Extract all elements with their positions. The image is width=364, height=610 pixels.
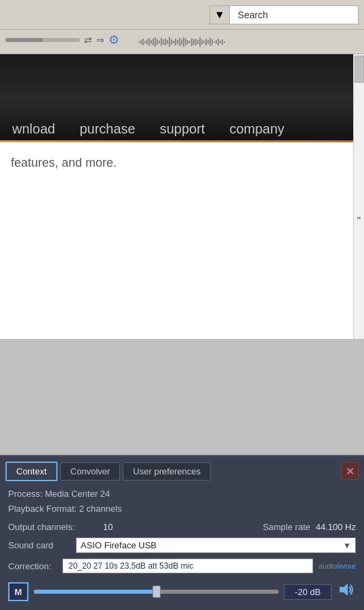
svg-rect-19 (177, 40, 178, 44)
svg-rect-26 (191, 38, 193, 46)
svg-rect-22 (183, 37, 184, 47)
svg-rect-0 (138, 41, 140, 43)
nav-item-download[interactable]: wnload (0, 121, 67, 137)
panel-close-button[interactable]: ✕ (341, 462, 359, 480)
svg-rect-1 (140, 40, 142, 44)
svg-rect-15 (169, 37, 170, 47)
svg-rect-12 (163, 39, 164, 45)
svg-marker-43 (340, 584, 348, 596)
svg-rect-13 (165, 39, 166, 45)
nav-item-support[interactable]: support (148, 121, 218, 137)
audiolense-audio: audio (319, 562, 337, 570)
svg-rect-35 (209, 38, 211, 46)
nav-divider (0, 140, 353, 142)
process-label: Process: Media Center 24 (8, 487, 356, 502)
settings-icon[interactable]: ⚙ (108, 33, 119, 47)
toolbar-bar: ⇄ ⇒ ⚙ (0, 30, 364, 54)
nav-item-company[interactable]: company (217, 121, 296, 137)
svg-rect-32 (203, 41, 205, 43)
soundcard-label: Sound card (8, 540, 76, 550)
volume-db-display: -20 dB (284, 584, 331, 600)
svg-rect-14 (167, 40, 168, 44)
correction-label: Correction: (8, 561, 62, 571)
svg-rect-2 (142, 39, 144, 45)
svg-rect-5 (148, 38, 150, 46)
audiolense-lense: lense (337, 562, 356, 570)
m-button[interactable]: M (8, 582, 28, 601)
output-row: Output channels: 10 Sample rate 44.100 H… (0, 519, 364, 535)
svg-rect-11 (161, 38, 162, 46)
speaker-icon[interactable] (337, 580, 356, 603)
nav-item-purchase[interactable]: purchase (67, 121, 147, 137)
sample-rate-value: 44.100 Hz (316, 522, 356, 532)
panel-tabs: Context Convolver User preferences ✕ (0, 456, 364, 481)
svg-rect-21 (181, 39, 182, 45)
audiolense-logo: audiolense (319, 562, 356, 570)
svg-rect-33 (205, 39, 207, 45)
search-label: Search (230, 9, 276, 20)
panel-info: Process: Media Center 24 Playback Format… (0, 481, 364, 519)
soundcard-row: Sound card ASIO Fireface USB ▼ (0, 535, 364, 556)
soundcard-select[interactable]: ASIO Fireface USB ▼ (76, 537, 356, 553)
search-dropdown[interactable]: ▼ Search (209, 5, 359, 24)
playback-label: Playback Format: 2 channels (8, 502, 356, 516)
repeat-icon[interactable]: ⇄ (84, 35, 92, 45)
correction-value: 20_20 27 10s 23,5dB att 53dB mic (62, 558, 313, 573)
webpage-content: features, and more. (0, 142, 353, 184)
tab-user-preferences[interactable]: User preferences (123, 462, 211, 481)
top-bar: ▼ Search (0, 0, 364, 30)
svg-rect-38 (216, 40, 217, 44)
svg-rect-41 (222, 39, 223, 45)
svg-rect-3 (144, 41, 146, 43)
correction-row: Correction: 20_20 27 10s 23,5dB att 53dB… (0, 556, 364, 576)
svg-rect-31 (201, 39, 203, 45)
repeat2-icon[interactable]: ⇒ (96, 35, 104, 45)
svg-rect-9 (157, 39, 158, 45)
scrollbar[interactable] (353, 54, 364, 339)
soundcard-arrow: ▼ (343, 541, 351, 550)
svg-rect-34 (207, 40, 209, 44)
svg-rect-28 (195, 39, 197, 45)
output-channels-label: Output channels: (8, 522, 103, 532)
svg-rect-6 (150, 40, 152, 44)
plugin-panel: Context Convolver User preferences ✕ Pro… (0, 455, 364, 610)
sample-rate-label: Sample rate (263, 522, 310, 532)
main-content: wnload purchase support company features… (0, 54, 364, 339)
svg-rect-23 (185, 39, 186, 45)
volume-row: M -20 dB (0, 576, 364, 610)
svg-rect-27 (193, 39, 195, 45)
svg-rect-7 (153, 39, 154, 45)
webpage-header: wnload purchase support company (0, 54, 353, 142)
svg-rect-24 (187, 40, 188, 44)
svg-rect-10 (159, 41, 160, 43)
tab-convolver[interactable]: Convolver (60, 462, 121, 481)
svg-rect-30 (199, 37, 201, 47)
tab-context[interactable]: Context (5, 462, 58, 481)
volume-slider-thumb[interactable] (153, 586, 161, 598)
soundcard-value: ASIO Fireface USB (81, 540, 157, 550)
nav-menu: wnload purchase support company (0, 121, 353, 142)
playback-controls: ⇄ ⇒ ⚙ (5, 33, 119, 47)
svg-rect-39 (218, 39, 219, 45)
scrollbar-thumb[interactable] (355, 56, 364, 83)
svg-rect-36 (211, 39, 213, 45)
svg-rect-29 (197, 40, 199, 44)
svg-rect-4 (146, 39, 148, 45)
page-text: features, and more. (11, 156, 117, 169)
svg-rect-8 (155, 37, 156, 47)
waveform-visual (138, 35, 226, 49)
svg-rect-42 (224, 41, 225, 43)
svg-rect-20 (179, 38, 180, 46)
volume-slider-fill (34, 590, 157, 594)
scrollbar-indicator (357, 217, 361, 219)
svg-rect-17 (173, 41, 174, 43)
volume-slider[interactable] (34, 590, 279, 594)
search-dropdown-arrow[interactable]: ▼ (210, 6, 230, 24)
svg-rect-40 (220, 41, 221, 43)
svg-rect-16 (171, 39, 172, 45)
dropdown-arrow-icon: ▼ (214, 9, 225, 21)
svg-rect-18 (175, 39, 176, 45)
output-channels-value: 10 (103, 522, 249, 532)
svg-rect-25 (189, 41, 190, 43)
progress-track[interactable] (5, 38, 80, 42)
